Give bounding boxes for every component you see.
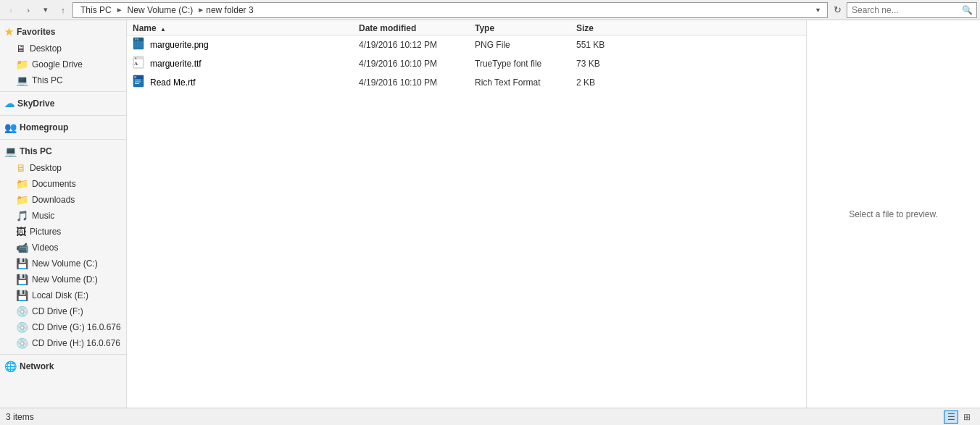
file-size-2: 2 KB (576, 77, 595, 88)
file-type-0: PNG File (475, 40, 510, 50)
sidebar-item-new-volume-d[interactable]: 💾 New Volume (D:) (0, 272, 126, 287)
address-crumb-c[interactable]: New Volume (C:) (125, 4, 196, 17)
file-size-cell-1: 73 KB (576, 59, 634, 69)
address-bar[interactable]: This PC ► New Volume (C:) ► new folder 3… (72, 2, 828, 18)
preview-pane: Select a file to preview. (806, 20, 980, 408)
sidebar-item-cd-h[interactable]: 💿 CD Drive (H:) 16.0.676 (0, 335, 126, 351)
address-sep-2: ► (196, 6, 206, 14)
sidebar-item-google-drive[interactable]: 📁 Google Drive (0, 56, 126, 72)
column-header-name[interactable]: Name ▲ (127, 23, 359, 33)
sidebar-item-documents[interactable]: 📁 Documents (0, 176, 126, 192)
cd-h-icon: 💿 (16, 337, 28, 349)
sidebar-item-desktop[interactable]: 🖥 Desktop (0, 41, 126, 56)
sidebar-section-network-label: Network (20, 361, 54, 371)
table-row[interactable]: A A marguerite.ttf 4/19/2016 10:10 PM Tr… (127, 54, 806, 73)
documents-icon: 📁 (16, 178, 28, 190)
sidebar-section-this-pc-label: This PC (20, 146, 52, 156)
sidebar-section-this-pc[interactable]: 💻 This PC (0, 143, 126, 160)
sidebar-item-local-disk-e[interactable]: 💾 Local Disk (E:) (0, 287, 126, 303)
file-date-cell-2: 4/19/2016 10:10 PM (359, 77, 475, 88)
ttf-file-icon: A A (133, 56, 146, 72)
file-date-2: 4/19/2016 10:10 PM (359, 77, 437, 88)
sidebar-section-homegroup[interactable]: 👥 Homegroup (0, 119, 126, 136)
file-name-cell-1: A A marguerite.ttf (127, 56, 359, 72)
view-tiles-button[interactable]: ⊞ (960, 411, 974, 424)
column-header-type[interactable]: Type (475, 23, 576, 33)
preview-message: Select a file to preview. (849, 209, 938, 219)
sidebar-item-google-drive-label: Google Drive (32, 59, 83, 70)
sidebar-item-desktop2[interactable]: 🖥 Desktop (0, 160, 126, 176)
pictures-icon: 🖼 (16, 226, 26, 237)
statusbar-view-controls: ☰ ⊞ (944, 411, 974, 424)
file-type-cell-0: PNG File (475, 40, 576, 50)
address-crumb-this-pc[interactable]: This PC (78, 4, 115, 17)
back-button[interactable]: ‹ (3, 2, 19, 18)
desktop2-icon: 🖥 (16, 162, 26, 174)
sidebar-item-this-pc-fav[interactable]: 💻 This PC (0, 72, 126, 88)
sidebar-item-desktop2-label: Desktop (30, 163, 62, 173)
local-disk-e-icon: 💾 (16, 290, 28, 301)
sidebar-item-pictures-label: Pictures (30, 227, 61, 237)
file-size-1: 73 KB (576, 59, 600, 69)
sidebar-item-videos[interactable]: 📹 Videos (0, 240, 126, 256)
file-type-1: TrueType font file (475, 59, 541, 69)
sidebar-section-favorites-label: Favorites (17, 27, 55, 37)
sidebar-item-pictures[interactable]: 🖼 Pictures (0, 224, 126, 240)
view-list-icon: ☰ (947, 412, 955, 422)
search-input[interactable] (847, 2, 977, 18)
column-header-date[interactable]: Date modified (359, 23, 475, 33)
file-name-0: marguerite.png (150, 40, 209, 50)
up-button[interactable]: ↑ (55, 2, 71, 18)
forward-button[interactable]: › (20, 2, 36, 18)
column-name-label: Name (133, 23, 157, 33)
svg-text:A: A (134, 61, 138, 67)
divider-4 (0, 354, 126, 355)
file-name-2: Read Me.rtf (150, 77, 196, 88)
sidebar-item-cd-f-label: CD Drive (F:) (32, 306, 83, 316)
sidebar-item-music[interactable]: 🎵 Music (0, 208, 126, 224)
sidebar-item-cd-g[interactable]: 💿 CD Drive (G:) 16.0.676 (0, 319, 126, 335)
table-row[interactable]: PS marguerite.png 4/19/2016 10:12 PM PNG… (127, 35, 806, 54)
address-sep-1: ► (115, 6, 125, 14)
table-row[interactable]: W Read Me.rtf 4/19/2016 10:10 PM Rich Te… (127, 73, 806, 92)
file-size-cell-0: 551 KB (576, 40, 634, 50)
png-file-icon: PS (133, 37, 146, 53)
sidebar-item-desktop-label: Desktop (30, 43, 62, 54)
address-current: new folder 3 (206, 5, 253, 15)
sidebar: ★ Favorites 🖥 Desktop 📁 Google Drive 💻 T… (0, 20, 127, 408)
google-drive-icon: 📁 (16, 59, 28, 70)
divider-3 (0, 139, 126, 140)
this-pc-fav-icon: 💻 (16, 75, 28, 86)
sidebar-item-cd-f[interactable]: 💿 CD Drive (F:) (0, 303, 126, 319)
file-type-cell-1: TrueType font file (475, 59, 576, 69)
sidebar-item-local-disk-e-label: Local Disk (E:) (32, 290, 88, 300)
sidebar-section-skydrive[interactable]: ☁ SkyDrive (0, 95, 126, 112)
dropdown-button[interactable]: ▾ (38, 2, 54, 18)
file-date-1: 4/19/2016 10:10 PM (359, 59, 437, 69)
main-area: ★ Favorites 🖥 Desktop 📁 Google Drive 💻 T… (0, 20, 980, 408)
search-wrap: 🔍 (847, 2, 977, 18)
view-tiles-icon: ⊞ (963, 412, 971, 422)
sidebar-item-downloads[interactable]: 📁 Downloads (0, 192, 126, 208)
homegroup-icon: 👥 (4, 122, 17, 133)
file-size-cell-2: 2 KB (576, 77, 634, 88)
videos-icon: 📹 (16, 242, 28, 253)
sidebar-item-new-volume-c[interactable]: 💾 New Volume (C:) (0, 256, 126, 272)
new-volume-d-icon: 💾 (16, 274, 28, 285)
sidebar-item-new-volume-d-label: New Volume (D:) (32, 274, 98, 285)
rtf-file-icon: W (133, 75, 146, 91)
sidebar-section-homegroup-label: Homegroup (20, 122, 68, 132)
svg-rect-11 (135, 82, 141, 83)
file-name-cell-2: W Read Me.rtf (127, 75, 359, 91)
sidebar-section-skydrive-label: SkyDrive (17, 98, 54, 109)
view-list-button[interactable]: ☰ (944, 411, 958, 424)
sidebar-section-network[interactable]: 🌐 Network (0, 358, 126, 375)
file-type-2: Rich Text Format (475, 77, 540, 88)
titlebar: ‹ › ▾ ↑ This PC ► New Volume (C:) ► new … (0, 0, 980, 20)
new-volume-c-icon: 💾 (16, 258, 28, 269)
svg-rect-12 (135, 83, 139, 84)
skydrive-icon: ☁ (4, 98, 14, 109)
column-header-size[interactable]: Size (576, 23, 634, 33)
refresh-button[interactable]: ↻ (829, 2, 845, 18)
sidebar-section-favorites[interactable]: ★ Favorites (0, 23, 126, 41)
